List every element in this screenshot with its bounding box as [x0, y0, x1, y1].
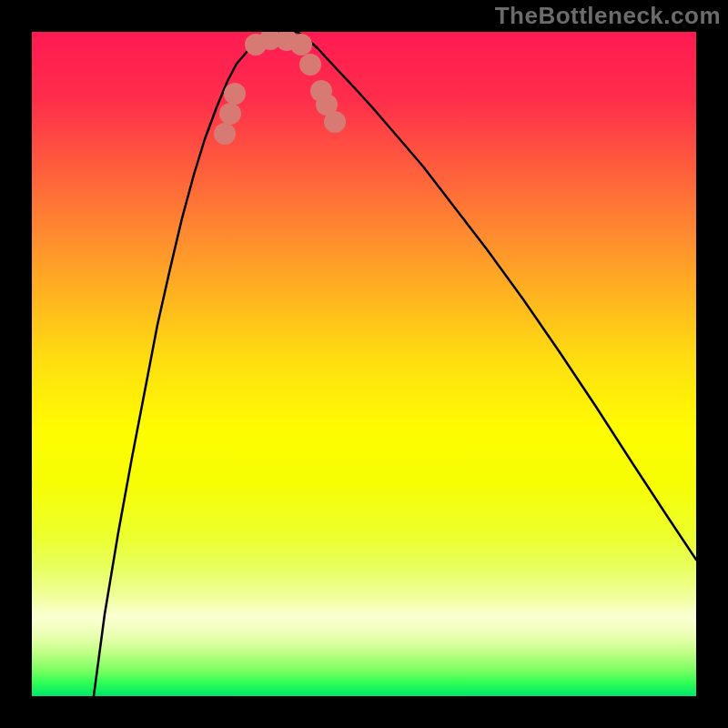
- curve-layer: [32, 32, 696, 696]
- marker-dots: [214, 32, 346, 145]
- right-marker-4: [324, 111, 346, 133]
- left-marker-1: [214, 123, 236, 145]
- plot-area: [32, 32, 696, 696]
- floor-marker-4: [290, 34, 312, 56]
- bottleneck-curves: [94, 32, 696, 696]
- watermark-text: TheBottleneck.com: [495, 2, 721, 30]
- curve-left-curve: [94, 32, 270, 696]
- left-marker-3: [224, 83, 246, 105]
- curve-right-curve: [298, 32, 696, 560]
- chart-frame: TheBottleneck.com: [0, 0, 728, 728]
- right-marker-1: [299, 54, 321, 76]
- left-marker-2: [219, 103, 241, 125]
